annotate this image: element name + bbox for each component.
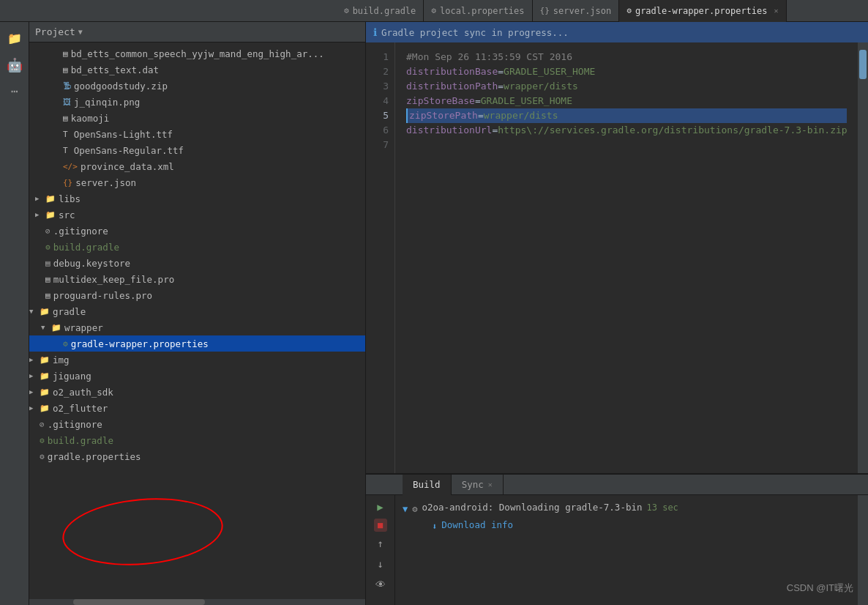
list-item[interactable]: </> province_data.xml <box>29 158 365 174</box>
file-name: bd_etts_common_speech_yyjw_mand_eng_high… <box>71 48 324 59</box>
build-row-download: ⬇ Download info <box>403 517 850 535</box>
prop-value: wrapper/dists <box>504 79 578 94</box>
tab-build[interactable]: Build <box>403 475 452 495</box>
zip-icon: 🗜 <box>63 81 71 91</box>
json-icon: {} <box>540 6 550 15</box>
list-item[interactable]: ▶ 📁 jiguang <box>29 368 365 384</box>
gradle-icon: ⚙ <box>40 436 45 445</box>
font-icon: T <box>63 130 68 139</box>
file-name: o2_auth_sdk <box>53 387 113 398</box>
code-line-3: distributionPath=wrapper/dists <box>406 79 847 94</box>
list-item[interactable]: ⚙ build.gradle <box>29 432 365 448</box>
list-item[interactable]: ▼ 📁 wrapper <box>29 319 365 335</box>
build-down-icon[interactable]: ↓ <box>372 555 389 573</box>
file-name: build.gradle <box>53 242 119 253</box>
prop-value: GRADLE_USER_HOME <box>481 94 572 108</box>
tab-close-icon[interactable]: ✕ <box>774 7 779 15</box>
scrollbar-thumb <box>859 50 867 79</box>
file-name: j_qinqin.png <box>74 97 140 108</box>
prop-value: GRADLE_USER_HOME <box>504 64 595 79</box>
code-line-2: distributionBase=GRADLE_USER_HOME <box>406 64 847 79</box>
notification-bar: ℹ Gradle project sync in progress... <box>366 22 868 42</box>
list-item-selected[interactable]: ⚙ gradle-wrapper.properties <box>29 335 365 352</box>
info-icon: ℹ <box>373 26 377 38</box>
list-item[interactable]: ▤ bd_etts_common_speech_yyjw_mand_eng_hi… <box>29 45 365 62</box>
list-item[interactable]: ▶ 📁 o2_flutter <box>29 400 365 416</box>
project-title: Project <box>35 26 75 37</box>
build-time: 13 sec <box>647 500 678 516</box>
file-name: kaomoji <box>71 113 110 124</box>
comment-text: #Mon Sep 26 11:35:59 CST 2016 <box>406 50 572 64</box>
build-up-icon[interactable]: ↑ <box>372 535 389 552</box>
code-editor[interactable]: #Mon Sep 26 11:35:59 CST 2016 distributi… <box>395 42 858 473</box>
file-name: goodgoodstudy.zip <box>74 81 168 92</box>
file-name: gradle-wrapper.properties <box>71 338 209 349</box>
list-item[interactable]: ⊘ .gitignore <box>29 223 365 239</box>
list-item[interactable]: ▶ 📁 img <box>29 352 365 368</box>
build-eye-icon[interactable]: 👁 <box>372 576 389 593</box>
list-item[interactable]: ⚙ build.gradle <box>29 239 365 255</box>
build-run-icon[interactable]: ▶ <box>372 498 389 516</box>
project-header[interactable]: Project ▼ <box>29 22 365 42</box>
list-item[interactable]: ▤ bd_etts_text.dat <box>29 62 365 78</box>
line-num-6: 6 <box>366 123 394 138</box>
project-arrow: ▼ <box>78 28 83 36</box>
list-item[interactable]: ▼ 📁 gradle <box>29 303 365 319</box>
right-scrollbar[interactable] <box>858 42 868 473</box>
tree-arrow: ▼ <box>29 308 40 315</box>
tree-arrow: ▶ <box>29 388 40 396</box>
tab-gradle-wrapper-properties[interactable]: ⚙ gradle-wrapper.properties ✕ <box>619 0 786 22</box>
expand-icon[interactable]: ▼ <box>403 501 408 517</box>
list-item[interactable]: ⚙ gradle.properties <box>29 448 365 464</box>
json-file-icon: {} <box>63 178 72 188</box>
keystore-icon: ▤ <box>45 259 50 268</box>
folder-icon: 📁 <box>51 323 61 333</box>
equals: = <box>492 123 498 138</box>
gitignore-icon: ⊘ <box>45 226 50 236</box>
code-line-1: #Mon Sep 26 11:35:59 CST 2016 <box>406 50 847 64</box>
tree-arrow: ▶ <box>29 372 40 379</box>
build-stop-icon[interactable]: ■ <box>374 519 387 532</box>
img-icon: 🖼 <box>63 97 71 107</box>
font-icon: T <box>63 146 68 155</box>
sidebar-scrollbar-thumb <box>73 599 205 605</box>
tab-server-json[interactable]: {} server.json <box>533 0 620 22</box>
list-item[interactable]: 🗜 goodgoodstudy.zip <box>29 78 365 94</box>
folder-icon: 📁 <box>45 210 56 220</box>
list-item[interactable]: ▤ proguard-rules.pro <box>29 287 365 303</box>
list-item[interactable]: ▶ 📁 libs <box>29 190 365 207</box>
folder-icon[interactable]: 📁 <box>4 28 25 48</box>
notification-text: Gradle project sync in progress... <box>381 27 569 38</box>
sidebar-scrollbar[interactable] <box>29 599 365 605</box>
tab-build-gradle-label: build.gradle <box>353 6 416 16</box>
android-icon[interactable]: 🤖 <box>4 54 25 75</box>
list-item[interactable]: T OpenSans-Regular.ttf <box>29 142 365 158</box>
list-item[interactable]: {} server.json <box>29 174 365 190</box>
list-item[interactable]: T OpenSans-Light.ttf <box>29 126 365 142</box>
tab-gradle-wrapper-label: gradle-wrapper.properties <box>635 6 768 16</box>
tab-sync-close[interactable]: ✕ <box>488 480 493 489</box>
list-item[interactable]: ▤ kaomoji <box>29 110 365 126</box>
prop-value: https\://services.gradle.org/distributio… <box>498 123 847 138</box>
line-num-3: 3 <box>366 79 394 94</box>
list-item[interactable]: ▶ 📁 src <box>29 207 365 223</box>
tree-arrow: ▶ <box>29 404 40 412</box>
tab-local-properties[interactable]: ⚙ local.properties <box>424 0 532 22</box>
gradle-icon: ⚙ <box>344 6 349 15</box>
tab-sync[interactable]: Sync ✕ <box>452 475 504 495</box>
list-item[interactable]: ▤ multidex_keep_file.pro <box>29 271 365 287</box>
file-name: multidex_keep_file.pro <box>53 274 175 285</box>
line-numbers: 1 2 3 4 5 6 7 <box>366 42 395 473</box>
tab-bar: ⚙ build.gradle ⚙ local.properties {} ser… <box>0 0 868 22</box>
equals: = <box>498 64 504 79</box>
build-project-icon: ⚙ <box>412 501 417 517</box>
gradle-wrapper-prop-icon: ⚙ <box>63 339 68 349</box>
list-item[interactable]: ▶ 📁 o2_auth_sdk <box>29 384 365 400</box>
tab-build-gradle[interactable]: ⚙ build.gradle <box>337 0 424 22</box>
list-item[interactable]: 🖼 j_qinqin.png <box>29 94 365 110</box>
list-item[interactable]: ⊘ .gitignore <box>29 416 365 432</box>
list-item[interactable]: ▤ debug.keystore <box>29 255 365 271</box>
more-icon[interactable]: ⋯ <box>4 81 25 101</box>
file-name: bd_etts_text.dat <box>71 64 159 75</box>
file-name: o2_flutter <box>53 403 108 414</box>
